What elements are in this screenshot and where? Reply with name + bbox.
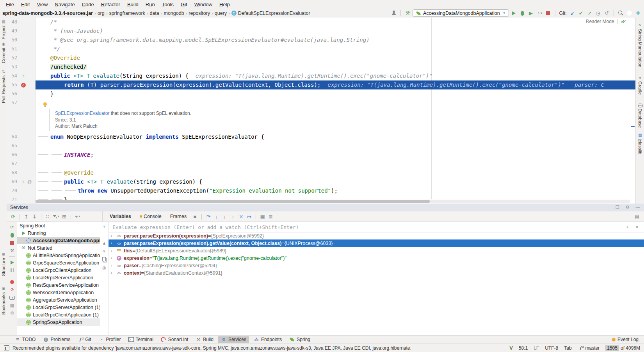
code-line[interactable]: 51 */ [7,45,635,54]
sidebar-tab-jclasslib[interactable]: ▦jclasslib [636,133,644,154]
menu-item-window[interactable]: Window [191,2,216,7]
code-line[interactable]: 49 * (non-Javadoc) [7,27,635,36]
git-rollback-icon[interactable]: ↺ [603,10,610,17]
expand-chevron-icon[interactable]: › [111,263,116,268]
remove-watch-icon[interactable]: − [101,232,107,238]
code-line[interactable]: 70throw new UnsupportedOperationExceptio… [7,186,635,195]
watch-row[interactable]: ›expression = "T(java.lang.Runtime).getR… [109,254,644,262]
toolwindow-switcher-icon[interactable] [4,345,9,350]
toolwindow-button-todo[interactable]: ≣TODO [12,336,38,343]
sidebar-tab-bookmarks[interactable]: ▣Bookmarks [0,286,7,315]
expand-chevron-icon[interactable]: › [111,248,116,253]
status-item-indent-style[interactable]: Tab [564,345,571,351]
toolwindow-button-endpoints[interactable]: ⁂Endpoints [251,336,285,343]
step-out-icon[interactable]: ↑ [229,213,237,220]
status-item-line-ending[interactable]: LF [534,345,539,351]
overriding-method-icon[interactable] [20,73,27,80]
git-commit-icon[interactable]: ✔ [577,10,585,17]
code-line[interactable]: 54public <T> T evaluate(String expressio… [7,71,635,80]
settings-gear-icon[interactable]: ⚙ [624,204,631,210]
coverage-icon[interactable]: ▶ [527,10,535,17]
plugin-update-icon[interactable]: ❖ [634,10,642,17]
line-gutter[interactable]: 70 [7,186,36,195]
code-line[interactable]: 69@public <T> T evaluate(String expressi… [7,177,635,186]
tree-row[interactable]: LocalGrpcClientApplication (1) [17,311,100,318]
watch-row[interactable]: ›this = {DefaultSpELExpressionEvaluator@… [109,247,644,254]
sidebar-tab-project[interactable]: ▤Project [0,20,7,39]
sidebar-tab-string-manipulation[interactable]: ✎String Manipulation [636,23,644,67]
sidebar-tab-gradle[interactable]: ●Gradle [636,75,644,95]
mute-breakpoints-icon[interactable] [9,279,15,285]
toolwindow-button-sonarlint[interactable]: SonarLint [158,336,191,343]
tree-row[interactable]: ALittleBitAboutSpringApplicatio [17,252,100,259]
line-gutter[interactable]: 68 [7,168,36,177]
menu-item-git[interactable]: Git [177,2,191,7]
status-item-encoding[interactable]: UTF-8 [545,345,558,351]
run-to-cursor-icon[interactable]: ↦ [246,213,253,220]
tree-row[interactable]: AccessingDataMongodbApplic [17,237,100,244]
breadcrumb-item[interactable]: org [98,11,105,16]
line-gutter[interactable]: 65 [7,141,36,150]
move-watch-up-icon[interactable]: ▲ [101,240,107,246]
line-gutter[interactable]: 51 [7,45,36,54]
code-line[interactable]: 53/unchecked/ [7,63,635,71]
expand-chevron-icon[interactable]: › [111,256,116,260]
code-line[interactable]: 48/* [7,18,635,27]
edit-configuration-icon[interactable]: ⚒ [9,248,15,254]
pause-icon[interactable] [9,267,15,273]
watch-row[interactable]: ›∞parser = {CachingExpressionParser@5204… [109,262,644,269]
line-gutter[interactable]: 50 [7,36,36,45]
menu-item-help[interactable]: Help [216,2,233,7]
services-header[interactable]: Services ❐⚙— [7,204,644,211]
copy-icon[interactable] [101,257,107,263]
hamburger-menu-icon[interactable]: ≡ [191,213,199,220]
breadcrumb-class[interactable]: CDefaultSpELExpressionEvaluator [231,11,310,16]
expand-chevron-icon[interactable]: › [111,271,116,275]
build-hammer-icon[interactable]: ⚒ [404,10,411,17]
search-everywhere-icon[interactable] [617,10,624,17]
status-item-caret-position[interactable]: 58:1 [519,345,528,351]
code-line[interactable]: 67 [7,159,635,168]
layout-icon[interactable]: ▤ [9,302,15,308]
sidebar-tab-commit[interactable]: ◉Commit [0,42,7,63]
tree-row[interactable]: GrpcSquareServiceApplication [17,259,100,266]
group-icon[interactable]: ∷ [44,213,52,220]
ide-update-icon[interactable] [626,10,633,17]
menu-item-tools[interactable]: Tools [158,2,177,7]
code-line[interactable]: 68@Override [7,168,635,177]
status-message[interactable]: Recommended plugins available for depend… [12,345,411,351]
menu-item-navigate[interactable]: Navigate [51,2,78,7]
toolwindow-button-build[interactable]: ⚒Build [192,336,216,343]
tree-row[interactable]: Running [17,229,100,237]
sidebar-tab-pull-requests[interactable]: ⇅Pull Requests [0,70,7,103]
profiler-icon[interactable]: ◔▾ [536,10,543,17]
run-configuration-select[interactable]: AccessingDataMongodbApplication ▼ [413,9,509,17]
code-line[interactable]: 56} [7,89,635,98]
line-gutter[interactable]: 48 [7,18,36,27]
settings-gear-icon[interactable]: ⚙ [9,310,15,316]
move-watch-down-icon[interactable]: ▼ [101,248,107,254]
menu-item-run[interactable]: Run [142,2,158,7]
line-gutter[interactable]: 49 [7,27,36,36]
zoom-frame-icon[interactable]: ⊞ [60,213,68,220]
git-push-icon[interactable]: ↗ [586,10,593,17]
menu-item-file[interactable]: File [2,2,18,7]
menu-item-build[interactable]: Build [124,2,142,7]
settings-lines-icon[interactable]: ≣ [267,213,274,220]
line-gutter[interactable]: 53 [7,63,36,71]
toolwindow-button-services[interactable]: ⚙Services [218,336,249,343]
breadcrumb-item[interactable]: data [149,11,159,16]
toolwindow-button-git[interactable]: Git [75,336,94,343]
evaluate-expression-row[interactable]: Evaluate expression (Enter) or add a wat… [109,222,644,232]
watch-row[interactable]: ›∞parser.parseExpression(expression).get… [109,239,644,247]
line-gutter[interactable]: 52 [7,54,36,63]
toolwindow-button-terminal[interactable]: Terminal [125,336,156,343]
breadcrumb-item[interactable]: repository [189,11,210,16]
debug-icon[interactable] [519,10,526,17]
expand-all-icon[interactable]: ↥ [23,213,30,220]
add-service-icon[interactable]: +▾ [74,213,81,220]
line-gutter[interactable]: 69@ [7,177,36,186]
sidebar-tab-structure[interactable]: ≣Structure [0,252,7,276]
evaluate-expression-icon[interactable]: ▦ [259,213,266,220]
breadcrumb-item[interactable]: springframework [109,11,145,16]
